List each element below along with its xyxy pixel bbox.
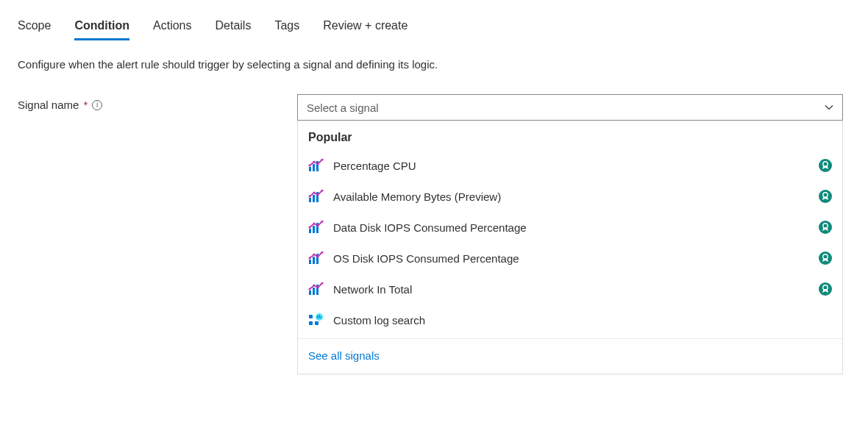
signal-name-field: Signal name * i Select a signal Popular — [18, 94, 850, 374]
svg-rect-18 — [309, 229, 311, 233]
signal-dropdown-wrap: Select a signal Popular — [297, 94, 843, 374]
svg-rect-37 — [313, 288, 315, 295]
svg-point-16 — [819, 190, 832, 203]
svg-point-3 — [308, 164, 310, 166]
svg-rect-50 — [319, 315, 319, 318]
metric-icon — [308, 252, 324, 265]
svg-rect-10 — [313, 195, 315, 202]
svg-point-40 — [313, 284, 315, 286]
signal-option-os-disk-iops[interactable]: OS Disk IOPS Consumed Percentage — [298, 243, 842, 274]
required-asterisk: * — [83, 99, 88, 111]
tab-tags[interactable]: Tags — [274, 15, 299, 40]
tab-details[interactable]: Details — [215, 15, 251, 40]
dropdown-placeholder: Select a signal — [307, 101, 379, 114]
svg-point-21 — [308, 226, 310, 228]
metric-icon — [308, 190, 324, 203]
signal-label: Percentage CPU — [333, 160, 810, 172]
svg-point-30 — [308, 257, 310, 259]
tab-actions[interactable]: Actions — [153, 15, 191, 40]
see-all-signals-link[interactable]: See all signals — [298, 339, 842, 374]
signal-dropdown[interactable]: Select a signal — [297, 94, 843, 121]
svg-point-5 — [316, 163, 319, 165]
signal-option-available-memory[interactable]: Available Memory Bytes (Preview) — [298, 181, 842, 212]
signal-option-custom-log-search[interactable]: Custom log search — [298, 304, 842, 335]
signal-label: OS Disk IOPS Consumed Percentage — [333, 252, 810, 265]
signal-label: Custom log search — [333, 314, 832, 327]
signal-option-network-in-total[interactable]: Network In Total — [298, 274, 842, 304]
chevron-down-icon — [824, 102, 834, 115]
svg-rect-0 — [309, 167, 311, 171]
svg-point-13 — [313, 191, 315, 193]
svg-point-39 — [308, 288, 310, 290]
svg-rect-36 — [309, 290, 311, 295]
recommended-badge-icon — [819, 190, 832, 203]
svg-point-22 — [313, 222, 315, 224]
recommended-badge-icon — [819, 221, 832, 234]
svg-rect-1 — [313, 164, 315, 171]
signal-label: Available Memory Bytes (Preview) — [333, 190, 810, 203]
svg-point-12 — [308, 195, 310, 197]
tab-condition[interactable]: Condition — [74, 15, 129, 40]
tab-review-create[interactable]: Review + create — [323, 15, 408, 40]
signal-label: Data Disk IOPS Consumed Percentage — [333, 221, 810, 234]
svg-point-41 — [316, 286, 319, 288]
svg-point-32 — [316, 255, 319, 257]
svg-rect-27 — [309, 260, 311, 264]
signal-label: Network In Total — [333, 283, 810, 296]
recommended-badge-icon — [819, 282, 832, 296]
signal-name-label: Signal name * i — [18, 94, 297, 111]
svg-point-14 — [316, 193, 319, 196]
svg-rect-46 — [309, 321, 313, 325]
svg-point-43 — [819, 282, 832, 296]
dropdown-section-header: Popular — [298, 121, 842, 150]
svg-rect-9 — [309, 198, 311, 202]
svg-rect-51 — [321, 316, 321, 318]
field-label-text: Signal name — [18, 99, 79, 111]
metric-icon — [308, 221, 324, 234]
recommended-badge-icon — [819, 252, 832, 265]
svg-rect-19 — [313, 226, 315, 233]
svg-rect-45 — [309, 315, 313, 318]
condition-description: Configure when the alert rule should tri… — [18, 58, 850, 71]
log-search-icon — [308, 313, 324, 327]
svg-rect-47 — [315, 321, 319, 325]
signal-dropdown-panel: Popular Percentage CPU — [297, 121, 843, 374]
svg-rect-28 — [313, 257, 315, 264]
signal-option-percentage-cpu[interactable]: Percentage CPU — [298, 150, 842, 181]
svg-point-31 — [313, 253, 315, 255]
svg-point-7 — [819, 159, 832, 172]
svg-point-25 — [819, 221, 832, 234]
info-icon[interactable]: i — [92, 100, 102, 110]
recommended-badge-icon — [819, 159, 832, 172]
svg-rect-49 — [317, 315, 318, 318]
metric-icon — [308, 282, 324, 296]
svg-point-34 — [819, 252, 832, 265]
metric-icon — [308, 159, 324, 172]
tab-scope[interactable]: Scope — [18, 15, 51, 40]
svg-point-23 — [316, 224, 319, 227]
svg-point-4 — [313, 160, 315, 163]
tabs-bar: Scope Condition Actions Details Tags Rev… — [18, 15, 850, 40]
signal-option-data-disk-iops[interactable]: Data Disk IOPS Consumed Percentage — [298, 212, 842, 243]
